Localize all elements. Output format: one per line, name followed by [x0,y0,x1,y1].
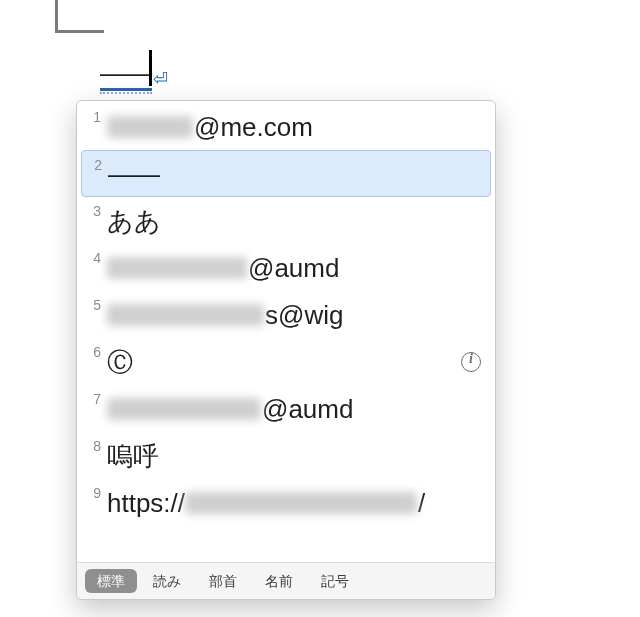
document-area: —— ⏎ [0,0,640,100]
candidate-text: @aumd [107,393,353,425]
candidate-row[interactable]: 7@aumd [81,385,491,432]
document-corner-guide [55,0,104,33]
candidate-number [83,526,101,532]
candidate-row[interactable]: 5s@wig [81,291,491,338]
conversion-underline-dotted [100,92,152,94]
candidate-text: Ⓒ [107,346,133,378]
redacted-segment [107,257,247,279]
candidate-number: 1 [83,103,101,125]
candidate-number: 7 [83,385,101,407]
candidate-number: 2 [84,151,102,173]
return-icon: ⏎ [152,68,168,94]
candidate-text: —— [108,158,160,190]
candidate-mode-bar: 標準読み部首名前記号 [77,562,495,599]
redacted-segment [107,304,264,326]
candidate-number: 6 [83,338,101,360]
candidate-row[interactable]: 9https:/// [81,479,491,526]
inline-input-text: —— [100,58,152,90]
candidate-text: https:/// [107,487,425,519]
candidate-number: 4 [83,244,101,266]
inline-input[interactable]: —— ⏎ [100,58,168,94]
candidate-list: 1@me.com2——3ああ4@aumd5s@wig6Ⓒ7@aumd8嗚呼9ht… [77,101,495,562]
mode-tab[interactable]: 記号 [309,569,361,593]
candidate-number: 3 [83,197,101,219]
mode-tab[interactable]: 部首 [197,569,249,593]
candidate-row[interactable]: 2—— [81,150,491,197]
candidate-row[interactable]: 4@aumd [81,244,491,291]
candidate-text: @aumd [107,252,339,284]
mode-tab[interactable]: 名前 [253,569,305,593]
candidate-text: @me.com [107,111,313,143]
candidate-text: 嗚呼 [107,440,159,472]
ime-candidate-window: 1@me.com2——3ああ4@aumd5s@wig6Ⓒ7@aumd8嗚呼9ht… [76,100,496,600]
redacted-segment [107,398,261,420]
candidate-number: 8 [83,432,101,454]
redacted-segment [107,116,193,138]
candidate-row[interactable]: 6Ⓒ [81,338,491,385]
candidate-number: 9 [83,479,101,501]
info-icon[interactable] [461,352,481,372]
candidate-row[interactable]: 8嗚呼 [81,432,491,479]
candidate-text: ああ [107,205,161,237]
candidate-row[interactable]: 1@me.com [81,103,491,150]
mode-tab[interactable]: 標準 [85,569,137,593]
redacted-segment [185,492,417,514]
text-caret [149,50,152,86]
candidate-number: 5 [83,291,101,313]
candidate-text: s@wig [107,299,343,331]
mode-tab[interactable]: 読み [141,569,193,593]
candidate-row[interactable] [81,526,491,562]
candidate-row[interactable]: 3ああ [81,197,491,244]
